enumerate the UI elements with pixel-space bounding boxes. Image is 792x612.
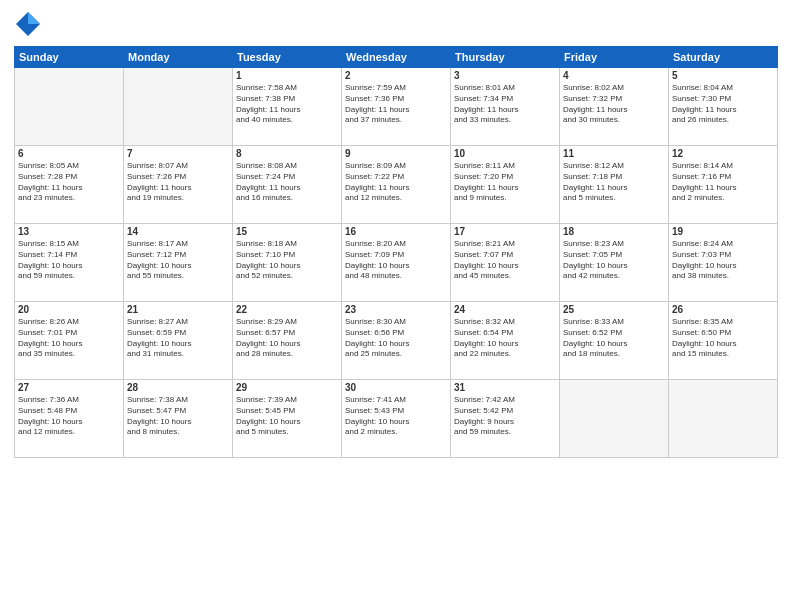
calendar-cell: 29Sunrise: 7:39 AM Sunset: 5:45 PM Dayli…: [233, 380, 342, 458]
calendar-cell: [124, 68, 233, 146]
calendar-cell: 4Sunrise: 8:02 AM Sunset: 7:32 PM Daylig…: [560, 68, 669, 146]
calendar-table: SundayMondayTuesdayWednesdayThursdayFrid…: [14, 46, 778, 458]
calendar-cell: 7Sunrise: 8:07 AM Sunset: 7:26 PM Daylig…: [124, 146, 233, 224]
page: SundayMondayTuesdayWednesdayThursdayFrid…: [0, 0, 792, 612]
logo: [14, 10, 46, 38]
calendar-cell: 1Sunrise: 7:58 AM Sunset: 7:38 PM Daylig…: [233, 68, 342, 146]
weekday-header-wednesday: Wednesday: [342, 47, 451, 68]
day-number: 28: [127, 382, 229, 393]
day-number: 7: [127, 148, 229, 159]
day-info: Sunrise: 8:30 AM Sunset: 6:56 PM Dayligh…: [345, 317, 447, 360]
day-number: 20: [18, 304, 120, 315]
day-number: 12: [672, 148, 774, 159]
day-info: Sunrise: 8:05 AM Sunset: 7:28 PM Dayligh…: [18, 161, 120, 204]
weekday-header-tuesday: Tuesday: [233, 47, 342, 68]
day-number: 13: [18, 226, 120, 237]
day-info: Sunrise: 8:29 AM Sunset: 6:57 PM Dayligh…: [236, 317, 338, 360]
day-number: 8: [236, 148, 338, 159]
weekday-header-saturday: Saturday: [669, 47, 778, 68]
calendar-cell: 31Sunrise: 7:42 AM Sunset: 5:42 PM Dayli…: [451, 380, 560, 458]
day-info: Sunrise: 8:02 AM Sunset: 7:32 PM Dayligh…: [563, 83, 665, 126]
weekday-header-monday: Monday: [124, 47, 233, 68]
day-number: 19: [672, 226, 774, 237]
calendar-cell: [560, 380, 669, 458]
day-number: 6: [18, 148, 120, 159]
day-number: 4: [563, 70, 665, 81]
day-info: Sunrise: 8:01 AM Sunset: 7:34 PM Dayligh…: [454, 83, 556, 126]
day-info: Sunrise: 8:18 AM Sunset: 7:10 PM Dayligh…: [236, 239, 338, 282]
day-number: 16: [345, 226, 447, 237]
day-info: Sunrise: 8:12 AM Sunset: 7:18 PM Dayligh…: [563, 161, 665, 204]
svg-marker-1: [28, 12, 40, 24]
day-number: 22: [236, 304, 338, 315]
calendar-cell: 9Sunrise: 8:09 AM Sunset: 7:22 PM Daylig…: [342, 146, 451, 224]
calendar-cell: 15Sunrise: 8:18 AM Sunset: 7:10 PM Dayli…: [233, 224, 342, 302]
day-number: 5: [672, 70, 774, 81]
day-info: Sunrise: 7:58 AM Sunset: 7:38 PM Dayligh…: [236, 83, 338, 126]
calendar-cell: 10Sunrise: 8:11 AM Sunset: 7:20 PM Dayli…: [451, 146, 560, 224]
day-info: Sunrise: 8:08 AM Sunset: 7:24 PM Dayligh…: [236, 161, 338, 204]
day-info: Sunrise: 8:33 AM Sunset: 6:52 PM Dayligh…: [563, 317, 665, 360]
calendar-cell: 3Sunrise: 8:01 AM Sunset: 7:34 PM Daylig…: [451, 68, 560, 146]
calendar-cell: 21Sunrise: 8:27 AM Sunset: 6:59 PM Dayli…: [124, 302, 233, 380]
day-info: Sunrise: 8:24 AM Sunset: 7:03 PM Dayligh…: [672, 239, 774, 282]
weekday-header-row: SundayMondayTuesdayWednesdayThursdayFrid…: [15, 47, 778, 68]
calendar-cell: 19Sunrise: 8:24 AM Sunset: 7:03 PM Dayli…: [669, 224, 778, 302]
day-number: 21: [127, 304, 229, 315]
day-number: 31: [454, 382, 556, 393]
day-info: Sunrise: 8:20 AM Sunset: 7:09 PM Dayligh…: [345, 239, 447, 282]
day-number: 14: [127, 226, 229, 237]
calendar-week-row: 6Sunrise: 8:05 AM Sunset: 7:28 PM Daylig…: [15, 146, 778, 224]
day-info: Sunrise: 7:41 AM Sunset: 5:43 PM Dayligh…: [345, 395, 447, 438]
day-info: Sunrise: 7:42 AM Sunset: 5:42 PM Dayligh…: [454, 395, 556, 438]
day-number: 9: [345, 148, 447, 159]
calendar-cell: 2Sunrise: 7:59 AM Sunset: 7:36 PM Daylig…: [342, 68, 451, 146]
day-info: Sunrise: 8:04 AM Sunset: 7:30 PM Dayligh…: [672, 83, 774, 126]
day-number: 27: [18, 382, 120, 393]
calendar-cell: 5Sunrise: 8:04 AM Sunset: 7:30 PM Daylig…: [669, 68, 778, 146]
calendar-week-row: 13Sunrise: 8:15 AM Sunset: 7:14 PM Dayli…: [15, 224, 778, 302]
calendar-cell: 23Sunrise: 8:30 AM Sunset: 6:56 PM Dayli…: [342, 302, 451, 380]
calendar-cell: 13Sunrise: 8:15 AM Sunset: 7:14 PM Dayli…: [15, 224, 124, 302]
calendar-cell: [669, 380, 778, 458]
day-number: 18: [563, 226, 665, 237]
day-info: Sunrise: 8:35 AM Sunset: 6:50 PM Dayligh…: [672, 317, 774, 360]
calendar-cell: 26Sunrise: 8:35 AM Sunset: 6:50 PM Dayli…: [669, 302, 778, 380]
day-number: 25: [563, 304, 665, 315]
day-info: Sunrise: 8:17 AM Sunset: 7:12 PM Dayligh…: [127, 239, 229, 282]
weekday-header-friday: Friday: [560, 47, 669, 68]
calendar-cell: 11Sunrise: 8:12 AM Sunset: 7:18 PM Dayli…: [560, 146, 669, 224]
day-number: 23: [345, 304, 447, 315]
calendar-cell: 22Sunrise: 8:29 AM Sunset: 6:57 PM Dayli…: [233, 302, 342, 380]
calendar-cell: [15, 68, 124, 146]
calendar-cell: 24Sunrise: 8:32 AM Sunset: 6:54 PM Dayli…: [451, 302, 560, 380]
day-number: 11: [563, 148, 665, 159]
day-info: Sunrise: 8:11 AM Sunset: 7:20 PM Dayligh…: [454, 161, 556, 204]
day-number: 3: [454, 70, 556, 81]
day-info: Sunrise: 7:36 AM Sunset: 5:48 PM Dayligh…: [18, 395, 120, 438]
day-info: Sunrise: 8:27 AM Sunset: 6:59 PM Dayligh…: [127, 317, 229, 360]
day-number: 30: [345, 382, 447, 393]
calendar-cell: 8Sunrise: 8:08 AM Sunset: 7:24 PM Daylig…: [233, 146, 342, 224]
day-info: Sunrise: 8:09 AM Sunset: 7:22 PM Dayligh…: [345, 161, 447, 204]
day-number: 24: [454, 304, 556, 315]
day-info: Sunrise: 7:39 AM Sunset: 5:45 PM Dayligh…: [236, 395, 338, 438]
day-number: 10: [454, 148, 556, 159]
weekday-header-sunday: Sunday: [15, 47, 124, 68]
calendar-cell: 27Sunrise: 7:36 AM Sunset: 5:48 PM Dayli…: [15, 380, 124, 458]
calendar-cell: 28Sunrise: 7:38 AM Sunset: 5:47 PM Dayli…: [124, 380, 233, 458]
calendar-cell: 6Sunrise: 8:05 AM Sunset: 7:28 PM Daylig…: [15, 146, 124, 224]
day-number: 1: [236, 70, 338, 81]
calendar-week-row: 27Sunrise: 7:36 AM Sunset: 5:48 PM Dayli…: [15, 380, 778, 458]
calendar-cell: 18Sunrise: 8:23 AM Sunset: 7:05 PM Dayli…: [560, 224, 669, 302]
day-info: Sunrise: 8:14 AM Sunset: 7:16 PM Dayligh…: [672, 161, 774, 204]
day-info: Sunrise: 8:26 AM Sunset: 7:01 PM Dayligh…: [18, 317, 120, 360]
day-info: Sunrise: 8:32 AM Sunset: 6:54 PM Dayligh…: [454, 317, 556, 360]
logo-icon: [14, 10, 42, 38]
day-number: 17: [454, 226, 556, 237]
day-info: Sunrise: 8:23 AM Sunset: 7:05 PM Dayligh…: [563, 239, 665, 282]
day-info: Sunrise: 8:15 AM Sunset: 7:14 PM Dayligh…: [18, 239, 120, 282]
calendar-cell: 14Sunrise: 8:17 AM Sunset: 7:12 PM Dayli…: [124, 224, 233, 302]
day-info: Sunrise: 7:38 AM Sunset: 5:47 PM Dayligh…: [127, 395, 229, 438]
calendar-cell: 25Sunrise: 8:33 AM Sunset: 6:52 PM Dayli…: [560, 302, 669, 380]
